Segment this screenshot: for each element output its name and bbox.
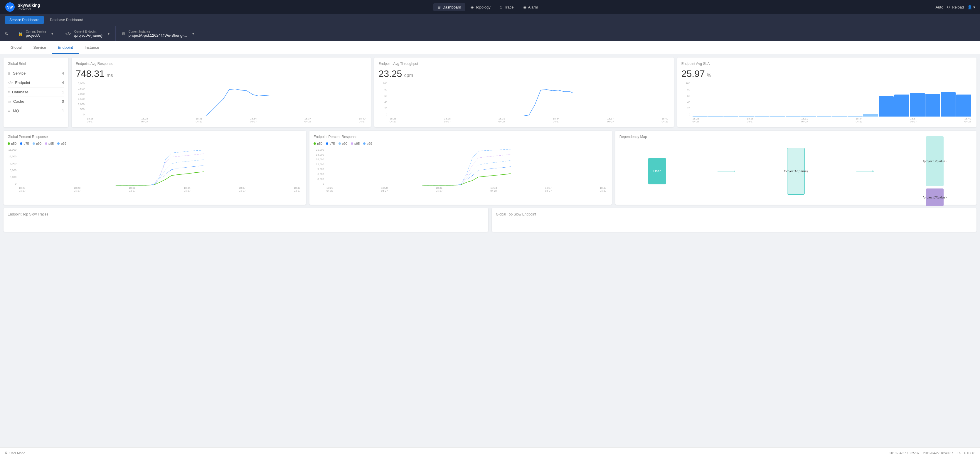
global-top-slow-title: Global Top Slow Endpoint bbox=[496, 212, 972, 216]
endpoint-dropdown-icon: ▾ bbox=[108, 32, 110, 36]
endpoint-avg-throughput-card: Endpoint Avg Throughput 23.25 cpm 100806… bbox=[374, 57, 673, 127]
ep-p50-label: p50 bbox=[317, 142, 322, 145]
service-dashboard-label: Service Dashboard bbox=[10, 18, 39, 22]
p50-dot bbox=[8, 142, 10, 145]
endpoint-top-slow-title: Endpoint Top Slow Traces bbox=[8, 212, 484, 216]
endpoint-percent-x-labels: 18:2504-2718:2804-2718:3104-27 18:3404-2… bbox=[325, 186, 608, 192]
service-lock-icon: 🔒 bbox=[18, 32, 23, 36]
legend-p50: p50 bbox=[8, 142, 16, 145]
brief-cache: ▭ Cache 0 bbox=[8, 97, 64, 106]
sla-bar-0 bbox=[692, 116, 708, 116]
sla-bar-9 bbox=[832, 116, 847, 116]
sla-bar-5 bbox=[770, 116, 785, 116]
current-endpoint-selector[interactable]: </> Current Endpoint /projectA/{name} ▾ bbox=[59, 26, 115, 41]
endpoint-avg-throughput-chart-wrap: 100806040200 18:2504-2718:2804-2718:3104… bbox=[379, 81, 670, 123]
endpoint-percent-response-card: Endpoint Percent Response p50 p75 p90 p9… bbox=[309, 130, 612, 205]
ep-legend-p95: p95 bbox=[351, 142, 360, 145]
endpoint-avg-response-chart: 18:2504-2718:2804-2718:3104-27 18:3404-2… bbox=[86, 81, 367, 123]
dep-box-b: /projectB/{value} bbox=[926, 136, 943, 186]
top-nav: SW Skywalking Rocketbot ⊞ Dashboard ◈ To… bbox=[0, 0, 980, 14]
endpoint-avg-sla-y-axis: 100806040200 bbox=[681, 81, 690, 116]
global-percent-x-labels: 18:2504-2718:2804-2718:3104-27 18:3404-2… bbox=[18, 186, 302, 192]
endpoint-percent-y-axis: 21,00018,00015,00012,0009,0006,0003,0000 bbox=[313, 148, 324, 186]
dep-arrow-2 bbox=[856, 170, 874, 173]
tab-instance[interactable]: Instance bbox=[79, 42, 105, 54]
dep-box-c: /projectC/{value} bbox=[926, 188, 943, 206]
current-service-value: projectA bbox=[26, 33, 46, 38]
tab-instance-label: Instance bbox=[84, 45, 99, 49]
dep-projectA-label: /projectA/{name} bbox=[784, 169, 808, 173]
dep-node-projectC: /projectC/{value} bbox=[926, 188, 943, 206]
auto-label: Auto bbox=[935, 5, 943, 10]
endpoint-avg-sla-x-labels: 18:2504-2718:2804-2718:3104-27 18:3404-2… bbox=[691, 116, 972, 123]
bottom-row: Endpoint Top Slow Traces Global Top Slow… bbox=[3, 208, 977, 232]
nav-trace[interactable]: ⑄ Trace bbox=[496, 3, 518, 11]
nav-topology[interactable]: ◈ Topology bbox=[466, 3, 495, 11]
legend-p99: p99 bbox=[57, 142, 66, 145]
tab-endpoint[interactable]: Endpoint bbox=[52, 42, 79, 54]
p90-label: p90 bbox=[36, 142, 41, 145]
global-percent-chart: 18:2504-2718:2804-2718:3104-27 18:3404-2… bbox=[18, 148, 302, 192]
current-service-selector[interactable]: 🔒 Current Service projectA ▾ bbox=[12, 26, 59, 41]
endpoint-avg-response-value-row: 748.31 ms bbox=[76, 69, 367, 79]
nav-alarm[interactable]: ◉ Alarm bbox=[519, 3, 542, 11]
endpoint-avg-throughput-svg bbox=[388, 81, 670, 116]
current-service-label: Current Service bbox=[26, 30, 46, 33]
dep-user-label: User bbox=[653, 169, 660, 173]
global-percent-legend: p50 p75 p90 p95 p99 bbox=[8, 142, 302, 145]
sla-bar-16 bbox=[941, 92, 956, 116]
brief-service: ⊞ Service 4 bbox=[8, 69, 64, 78]
dependency-map-container: User /projectA/{name} bbox=[619, 142, 972, 200]
brand-text: Skywalking Rocketbot bbox=[18, 3, 40, 11]
nav-topology-label: Topology bbox=[475, 5, 491, 10]
nav-dashboard[interactable]: ⊞ Dashboard bbox=[433, 3, 465, 11]
sla-bar-4 bbox=[754, 116, 770, 116]
endpoint-avg-sla-value: 25.97 bbox=[681, 68, 705, 79]
brand-logo: SW bbox=[5, 2, 15, 12]
sla-bar-14 bbox=[910, 93, 925, 117]
user-menu-button[interactable]: 👤 ▾ bbox=[967, 5, 975, 10]
current-instance-selector[interactable]: 🖥 Current Instance projectA-pid:12624@Wu… bbox=[116, 26, 200, 41]
global-percent-chart-wrap: 15,00012,0009,0006,0003,0000 bbox=[8, 148, 302, 192]
service-dashboard-tab[interactable]: Service Dashboard bbox=[5, 16, 44, 24]
endpoint-avg-response-x-labels: 18:2504-2718:2804-2718:3104-27 18:3404-2… bbox=[86, 116, 367, 123]
sla-bar-8 bbox=[817, 116, 832, 116]
dependency-map-title: Dependency Map bbox=[619, 135, 972, 139]
endpoint-avg-throughput-value-row: 23.25 cpm bbox=[379, 69, 670, 79]
sla-bar-10 bbox=[848, 116, 862, 116]
sla-bar-13 bbox=[894, 95, 909, 116]
brief-endpoint-count: 4 bbox=[62, 80, 64, 85]
ep-legend-p90: p90 bbox=[339, 142, 347, 145]
endpoint-avg-response-title: Endpoint Avg Response bbox=[76, 62, 367, 66]
endpoint-avg-throughput-x-labels: 18:2504-2718:2804-2718:3104-27 18:3404-2… bbox=[388, 116, 670, 123]
p90-dot bbox=[33, 142, 35, 145]
ep-legend-p50: p50 bbox=[313, 142, 322, 145]
endpoint-avg-response-y-axis: 3,0002,5002,0001,5001,0005000 bbox=[76, 81, 84, 116]
tab-service[interactable]: Service bbox=[28, 42, 52, 54]
svg-marker-5 bbox=[873, 170, 874, 172]
database-dashboard-tab[interactable]: Database Dashboard bbox=[45, 16, 88, 24]
p75-label: p75 bbox=[24, 142, 29, 145]
alarm-icon: ◉ bbox=[523, 5, 527, 10]
dep-box-user: User bbox=[648, 158, 666, 184]
current-instance-value: projectA-pid:12624@Wu-Sheng-... bbox=[129, 33, 187, 38]
endpoint-percent-chart: 18:2504-2718:2804-2718:3104-27 18:3404-2… bbox=[325, 148, 608, 192]
global-percent-response-card: Global Percent Response p50 p75 p90 p95 … bbox=[3, 130, 306, 205]
brief-service-label: Service bbox=[13, 71, 25, 75]
brief-mq-label: MQ bbox=[13, 109, 19, 113]
tab-global[interactable]: Global bbox=[5, 42, 28, 54]
database-dashboard-label: Database Dashboard bbox=[50, 18, 83, 22]
refresh-button[interactable]: ↻ bbox=[5, 31, 8, 37]
top-row: Global Brief ⊞ Service 4 </> Endpoint 4 … bbox=[3, 57, 977, 127]
reload-button[interactable]: ↻ Reload bbox=[947, 5, 964, 10]
service-icon: ⊞ bbox=[8, 72, 11, 75]
ep-legend-p99: p99 bbox=[363, 142, 372, 145]
instance-dropdown-icon: ▾ bbox=[192, 32, 194, 36]
trace-icon: ⑄ bbox=[500, 5, 502, 10]
endpoint-avg-response-svg bbox=[86, 81, 367, 116]
ep-p99-label: p99 bbox=[367, 142, 372, 145]
dep-box-main: /projectA/{name} bbox=[787, 148, 805, 195]
global-percent-y-axis: 15,00012,0009,0006,0003,0000 bbox=[8, 148, 16, 186]
ep-p95-dot bbox=[351, 142, 353, 145]
cache-icon: ▭ bbox=[8, 100, 11, 103]
